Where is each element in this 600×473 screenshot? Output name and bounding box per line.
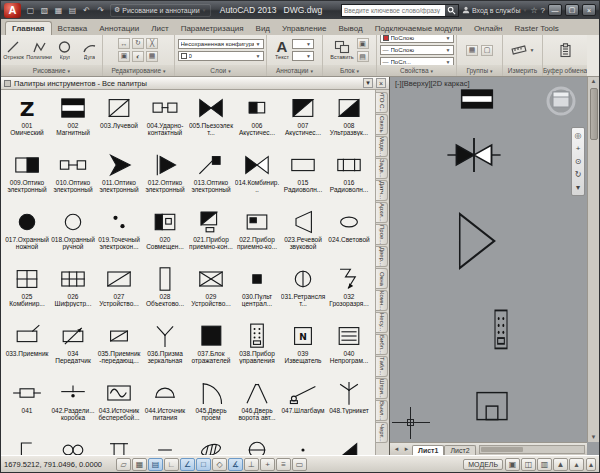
palette-item[interactable]: 032 Грозоразря... [326,264,372,321]
palette-item[interactable]: Z001 Омический [4,93,50,150]
drawn-symbol[interactable] [454,211,500,271]
drawing-canvas[interactable]: [-][Вверху][2D каркас] ◎+⊙↻▾ ▲ ▼ ◂ ▸ Лис… [390,77,599,455]
palette-item[interactable]: 011.Оптико электронный [96,150,142,207]
palette-properties-icon[interactable]: ▾ [363,78,373,88]
palette-item[interactable]: 016 Радиоволн... [326,150,372,207]
palette-item[interactable]: 029 Устройство... [188,264,234,321]
tray-arrow-icon[interactable]: ▴ [586,458,596,471]
line-tool[interactable]: Отрезок [3,40,24,60]
palette-item[interactable]: 035.Приемник -передающ... [96,321,142,378]
palette-group-tab[interactable]: Черт... [376,422,388,443]
palette-group-tab[interactable]: Табл... [376,356,388,377]
palette-titlebar[interactable]: Палитры инструментов - Все палитры ▾ × [1,77,389,90]
panel-clipboard-footer[interactable]: Буфер обмена [543,65,587,76]
palette-item[interactable]: 014.Комбинир... [234,150,280,207]
close-button[interactable]: × [582,4,596,16]
text-tool[interactable]: АТекст [275,40,289,60]
palette-item[interactable]: 020 Совмещен... [142,207,188,264]
navbar-menu-icon[interactable]: ▾ [576,183,580,192]
palette-group-tab[interactable]: Связь [376,114,388,135]
infer-toggle[interactable]: ▱ [116,458,131,471]
palette-item[interactable]: 018.Охранный ручной [50,207,96,264]
layout-tab[interactable]: Лист2 [444,445,475,455]
quickview-drawings-icon[interactable]: ◫ [521,458,536,471]
block-edit-icon[interactable]: ▣ [357,38,369,49]
scrollbar-thumb[interactable] [481,447,523,452]
ducs-toggle[interactable]: ⊥ [244,458,259,471]
palette-item[interactable]: 033.Приемник [4,321,50,378]
palette-group-tab[interactable]: Библ... [376,334,388,355]
palette-group-tab[interactable]: УГО С... [376,92,388,113]
ribbon-tab[interactable]: Управление [276,22,332,35]
circle-tool[interactable]: Круг [54,40,75,60]
scroll-up-icon[interactable]: ▲ [591,77,597,86]
palette-item[interactable]: 006 Акустичес... [234,93,280,150]
palette-item[interactable]: 048.Турникет [326,378,372,435]
palette-close-icon[interactable]: × [376,78,386,88]
palette-item[interactable]: 046.Дверь ворота авт... [234,378,280,435]
array-icon[interactable]: ▦ [146,51,158,62]
palette-item[interactable]: 034 Передатчик [50,321,96,378]
palette-group-tab[interactable]: Окна [376,268,388,289]
zoom-icon[interactable]: ⊙ [575,157,582,166]
3dosnap-toggle[interactable]: ◇ [212,458,227,471]
palette-item[interactable]: 027 Устройство... [96,264,142,321]
palette-item[interactable]: 012.Оптико электронный [142,150,188,207]
viewport-icon[interactable]: ▣ [505,458,520,471]
palette-item[interactable]: 013.Оптико электронный [188,150,234,207]
palette-item[interactable]: 017.Охранный ножной [4,207,50,264]
drawn-symbol[interactable] [472,389,512,425]
panel-groups-footer[interactable]: Группы▾ [457,65,502,76]
palette-item[interactable]: 037.Блок отражателей [188,321,234,378]
palette-item[interactable]: 008 Ультразвук... [326,93,372,150]
property-combo[interactable]: —ПоСлою▼ [380,45,454,55]
ribbon-tab[interactable]: Параметризация [175,22,250,35]
palette-item[interactable]: 003.Лучевой [96,93,142,150]
palette-group-tab[interactable]: Задв... [376,158,388,179]
palette-item[interactable]: N039 Извещатель [280,321,326,378]
panel-properties-footer[interactable]: Свойства▾ [377,65,456,76]
annotation-visibility-icon[interactable]: ▲ [553,458,568,471]
palette-group-tab[interactable]: Выкл... [376,400,388,421]
palette-item[interactable]: 028 Объектово... [142,264,188,321]
ribbon-tab[interactable]: Лист [145,22,174,35]
ribbon-tab[interactable]: Аннотации [93,22,145,35]
palette-item[interactable]: 031.Ретранслят... [280,264,326,321]
dyn-toggle[interactable]: + [260,458,275,471]
scroll-down-icon[interactable]: ▼ [591,433,597,442]
signin-button[interactable]: Вход в службы ▼ [462,6,527,14]
palette-item[interactable]: 043.Источник бесперебой... [96,378,142,435]
ribbon-tab[interactable]: Raster Tools [509,22,565,35]
palette-item[interactable] [326,435,372,455]
snap-toggle[interactable]: ▦ [132,458,147,471]
help-icon[interactable]: ? [541,6,545,15]
palette-item[interactable] [142,435,188,455]
palette-item[interactable]: 009.Оптико электронный [4,150,50,207]
layer-config-combo[interactable]: Несохраненная конфигурация сло...▼ [178,39,264,49]
palette-item[interactable]: 045.Дверь проем [188,378,234,435]
steering-wheel-icon[interactable]: ◎ [575,131,582,140]
copy-icon[interactable]: ▣ [118,51,130,62]
ortho-toggle[interactable]: ∟ [164,458,179,471]
palette-item[interactable]: 005.Пьезоэлект... [188,93,234,150]
drawn-symbol[interactable] [454,85,500,113]
palette-item[interactable]: 038.Прибор управления [234,321,280,378]
palette-item[interactable] [96,435,142,455]
layer-combo[interactable]: 0▼ [178,51,264,61]
ribbon-tab[interactable]: Главная [5,21,52,35]
group-icon[interactable]: ▦ [466,45,478,56]
grid-toggle[interactable]: ▤ [148,458,163,471]
ribbon-tab[interactable]: Вид [250,22,276,35]
palette-group-tab[interactable]: Прое... [376,224,388,245]
palette-item[interactable] [280,435,326,455]
panel-draw-footer[interactable]: Рисование▾ [1,65,102,76]
palette-item[interactable]: 007 Акустичес... [280,93,326,150]
workspace-switcher[interactable]: ⚙ Рисование и аннотации ▼ [110,4,211,17]
lwt-toggle[interactable]: ≡ [276,458,291,471]
favorites-icon[interactable]: ☆ [530,6,537,15]
measure-icon[interactable] [511,43,527,57]
layout-tab[interactable]: Лист1 [412,445,444,455]
otrack-toggle[interactable]: ∡ [228,458,243,471]
palette-item[interactable] [234,435,280,455]
model-button[interactable]: МОДЕЛЬ [463,459,503,470]
